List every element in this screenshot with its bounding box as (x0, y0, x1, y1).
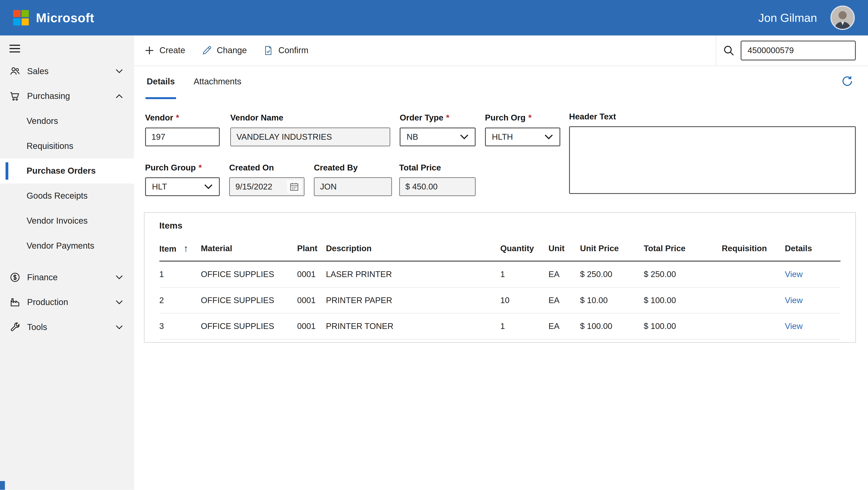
created-on-field: Created On (229, 163, 305, 196)
sidebar-item-label: Tools (27, 322, 47, 332)
tab-details[interactable]: Details (146, 66, 176, 99)
total-price-label: Total Price (399, 163, 475, 172)
column-header-material[interactable]: Material (201, 236, 297, 261)
cell-item: 2 (159, 287, 201, 313)
items-header-row: Item↑ Material Plant Description Quantit… (159, 236, 840, 261)
sidebar-item-goods-receipts[interactable]: Goods Receipts (0, 183, 134, 208)
cell-plant: 0001 (297, 287, 326, 313)
cell-description: PRINTER PAPER (326, 287, 500, 313)
cell-material: OFFICE SUPPLIES (201, 287, 297, 313)
header-text-input[interactable] (569, 126, 856, 194)
cell-quantity: 1 (500, 313, 549, 339)
cell-unit-price: $ 100.00 (580, 313, 644, 339)
create-button-label: Create (159, 46, 185, 55)
brand-title: Microsoft (36, 10, 94, 25)
refresh-icon (841, 75, 854, 88)
column-header-plant[interactable]: Plant (297, 236, 326, 261)
required-marker: * (198, 163, 202, 172)
column-header-total-price[interactable]: Total Price (644, 236, 722, 261)
column-header-unit[interactable]: Unit (548, 236, 580, 261)
search-input[interactable] (741, 40, 856, 60)
cell-quantity: 10 (500, 287, 549, 313)
purch-group-label: Purch Group (145, 163, 196, 172)
required-marker: * (446, 113, 450, 122)
cell-item: 3 (159, 313, 201, 339)
factory-icon (9, 296, 21, 309)
vendor-input[interactable] (145, 127, 220, 146)
view-details-link[interactable]: View (785, 321, 803, 330)
user-avatar[interactable] (831, 5, 855, 30)
sidebar-item-sales[interactable]: Sales (0, 59, 134, 84)
create-button[interactable]: Create (145, 46, 185, 56)
sidebar-item-tools[interactable]: Tools (0, 315, 134, 340)
search-button[interactable] (723, 45, 735, 56)
document-check-icon (263, 46, 273, 56)
sidebar-item-label: Vendor Invoices (27, 216, 88, 226)
sidebar-item-label: Requisitions (27, 141, 73, 151)
sidebar-nav: Sales Purchasing Ve (0, 35, 134, 490)
cell-unit: EA (548, 261, 580, 287)
user-name: Jon Gilman (758, 11, 817, 25)
sidebar-item-label: Finance (27, 272, 58, 282)
sidebar-item-requisitions[interactable]: Requisitions (0, 134, 134, 158)
sidebar-item-purchase-orders[interactable]: Purchase Orders (0, 158, 134, 183)
items-panel-title: Items (145, 213, 856, 236)
wrench-icon (9, 321, 21, 333)
cell-total-price: $ 100.00 (644, 287, 722, 313)
cell-unit: EA (548, 313, 580, 339)
table-row: 2 OFFICE SUPPLIES 0001 PRINTER PAPER 10 … (159, 287, 840, 313)
sidebar-item-production[interactable]: Production (0, 290, 134, 315)
chevron-up-icon (116, 94, 123, 98)
column-header-description[interactable]: Description (326, 236, 500, 261)
column-header-quantity[interactable]: Quantity (500, 236, 549, 261)
dollar-circle-icon (9, 271, 21, 284)
cell-total-price: $ 250.00 (644, 261, 722, 287)
refresh-button[interactable] (841, 75, 854, 88)
total-price-input (399, 177, 475, 196)
sidebar-item-vendors[interactable]: Vendors (0, 109, 134, 134)
view-details-link[interactable]: View (785, 269, 803, 279)
sidebar-item-purchasing[interactable]: Purchasing (0, 84, 134, 109)
items-table: Item↑ Material Plant Description Quantit… (159, 236, 840, 340)
sidebar-item-vendor-invoices[interactable]: Vendor Invoices (0, 208, 134, 233)
column-header-details[interactable]: Details (785, 236, 840, 261)
created-on-label: Created On (229, 163, 305, 172)
sidebar-item-label: Vendors (27, 116, 58, 126)
sidebar-item-finance[interactable]: Finance (0, 265, 134, 290)
calendar-icon[interactable] (287, 180, 302, 193)
change-button[interactable]: Change (202, 46, 247, 56)
order-type-label: Order Type (400, 113, 443, 122)
view-details-link[interactable]: View (785, 296, 803, 305)
column-header-requisition[interactable]: Requisition (722, 236, 785, 261)
purch-org-value: HLTH (492, 132, 513, 142)
purch-org-select[interactable]: HLTH (485, 127, 560, 146)
confirm-button[interactable]: Confirm (263, 46, 308, 56)
purch-group-select[interactable]: HLT (145, 177, 220, 196)
vendor-name-label: Vendor Name (230, 113, 390, 122)
menu-toggle-button[interactable] (0, 35, 21, 59)
purch-org-field: Purch Org* HLTH (485, 113, 560, 146)
table-row: 1 OFFICE SUPPLIES 0001 LASER PRINTER 1 E… (159, 261, 840, 287)
chevron-down-icon (116, 325, 123, 329)
main-content: Create Change Confirm (134, 35, 868, 490)
order-type-select[interactable]: NB (400, 127, 475, 146)
cell-item: 1 (159, 261, 201, 287)
sidebar-item-vendor-payments[interactable]: Vendor Payments (0, 233, 134, 258)
chevron-down-icon (116, 300, 123, 305)
sidebar-item-label: Vendor Payments (27, 241, 94, 251)
required-marker: * (528, 113, 531, 122)
header-text-field: Header Text (569, 112, 856, 196)
column-header-unit-price[interactable]: Unit Price (580, 236, 644, 261)
created-by-field: Created By (314, 163, 392, 196)
action-toolbar: Create Change Confirm (134, 35, 868, 66)
chevron-down-icon (116, 69, 123, 74)
purch-group-field: Purch Group* HLT (145, 163, 220, 196)
cell-material: OFFICE SUPPLIES (201, 261, 297, 287)
cell-requisition (722, 287, 785, 313)
vendor-name-field: Vendor Name (230, 113, 390, 146)
table-row: 3 OFFICE SUPPLIES 0001 PRINTER TONER 1 E… (159, 313, 840, 339)
pencil-icon (202, 46, 212, 56)
items-panel: Items Item↑ Material Plant Description (144, 212, 856, 343)
tab-attachments[interactable]: Attachments (192, 66, 242, 99)
column-header-item[interactable]: Item↑ (159, 236, 201, 261)
